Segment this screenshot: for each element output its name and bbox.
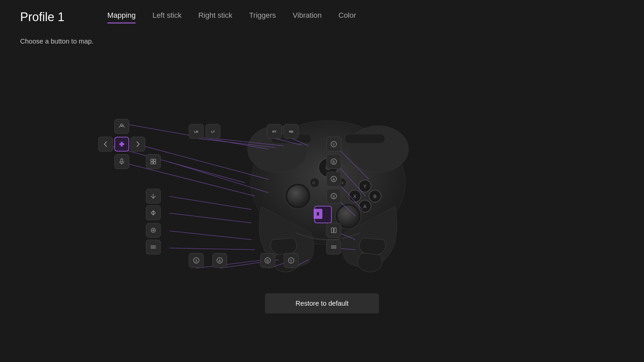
svg-text:LB: LB — [194, 130, 199, 133]
svg-rect-75 — [331, 228, 333, 233]
svg-text:A: A — [218, 259, 221, 263]
btn-lb[interactable]: LB — [189, 124, 204, 139]
btn-rstick-mod2[interactable] — [326, 240, 341, 254]
tab-color[interactable]: Color — [338, 11, 356, 23]
subtitle: Choose a button to map. — [0, 24, 644, 52]
tab-mapping[interactable]: Mapping — [107, 11, 136, 23]
svg-text:RB: RB — [289, 130, 293, 133]
svg-line-35 — [169, 231, 252, 240]
btn-rb[interactable]: RB — [284, 124, 299, 139]
svg-point-2 — [348, 126, 409, 173]
svg-text:X: X — [353, 194, 357, 199]
btn-dpad-left[interactable] — [98, 137, 113, 152]
svg-rect-57 — [154, 159, 156, 161]
btn-y[interactable]: Y — [326, 137, 341, 152]
btn-paddle-b[interactable]: B — [260, 253, 275, 268]
btn-lt[interactable]: LT — [206, 124, 220, 139]
btn-lstick-mod2[interactable] — [146, 205, 161, 220]
svg-rect-4 — [345, 134, 385, 143]
svg-rect-58 — [151, 162, 153, 164]
svg-text:RT: RT — [272, 130, 277, 133]
svg-line-36 — [169, 248, 255, 250]
svg-line-33 — [169, 196, 252, 209]
btn-dpad-center[interactable] — [114, 137, 129, 152]
btn-lstick-mod3[interactable] — [146, 223, 161, 238]
svg-text:Y: Y — [290, 259, 292, 263]
header: Profile 1 Mapping Left stick Right stick… — [0, 0, 644, 24]
svg-text:X: X — [195, 259, 198, 263]
svg-rect-18 — [314, 209, 317, 219]
svg-rect-56 — [151, 159, 153, 161]
svg-text:LT: LT — [211, 130, 215, 133]
svg-rect-15 — [315, 206, 331, 223]
tab-vibration[interactable]: Vibration — [293, 11, 322, 23]
btn-paddle-a[interactable]: A — [212, 253, 227, 268]
svg-text:≡: ≡ — [341, 181, 343, 185]
btn-dpad-right[interactable] — [130, 137, 145, 152]
svg-rect-54 — [121, 159, 123, 162]
svg-text:A: A — [363, 204, 367, 209]
tab-left-stick[interactable]: Left stick — [152, 11, 181, 23]
btn-mic[interactable] — [114, 154, 129, 169]
svg-point-14 — [337, 205, 359, 227]
btn-rt[interactable]: RT — [267, 124, 282, 139]
svg-text:B: B — [332, 160, 335, 164]
svg-point-12 — [287, 185, 309, 207]
svg-text:B: B — [373, 194, 376, 199]
btn-share[interactable] — [146, 154, 161, 169]
btn-b[interactable]: B — [326, 154, 341, 169]
btn-paddle-x[interactable]: X — [189, 253, 204, 268]
tab-right-stick[interactable]: Right stick — [198, 11, 232, 23]
svg-text:Y: Y — [332, 142, 335, 146]
svg-text:A: A — [332, 177, 335, 181]
svg-rect-19 — [319, 209, 322, 219]
btn-lstick-mod1[interactable] — [146, 189, 161, 203]
svg-text:X: X — [332, 194, 335, 198]
svg-text:Y: Y — [363, 184, 367, 189]
btn-lstick-mod5[interactable] — [146, 240, 161, 254]
btn-x[interactable]: X — [326, 189, 341, 203]
svg-rect-59 — [154, 162, 156, 164]
nav-tabs: Mapping Left stick Right stick Triggers … — [107, 11, 356, 23]
controller-area: ⊗ ≡ ⊡ Y B — [0, 52, 644, 320]
btn-paddle-y[interactable]: Y — [284, 253, 299, 268]
svg-rect-53 — [119, 143, 124, 145]
btn-rstick-mod1[interactable] — [326, 223, 341, 238]
btn-headset[interactable] — [114, 119, 129, 134]
svg-rect-76 — [334, 228, 336, 233]
profile-title: Profile 1 — [20, 10, 87, 24]
svg-text:⊡: ⊡ — [312, 181, 315, 185]
svg-line-34 — [169, 213, 252, 223]
tab-triggers[interactable]: Triggers — [249, 11, 276, 23]
svg-line-47 — [197, 260, 265, 268]
restore-default-button[interactable]: Restore to default — [265, 293, 379, 313]
btn-a[interactable]: A — [326, 172, 341, 186]
svg-text:B: B — [266, 259, 269, 263]
